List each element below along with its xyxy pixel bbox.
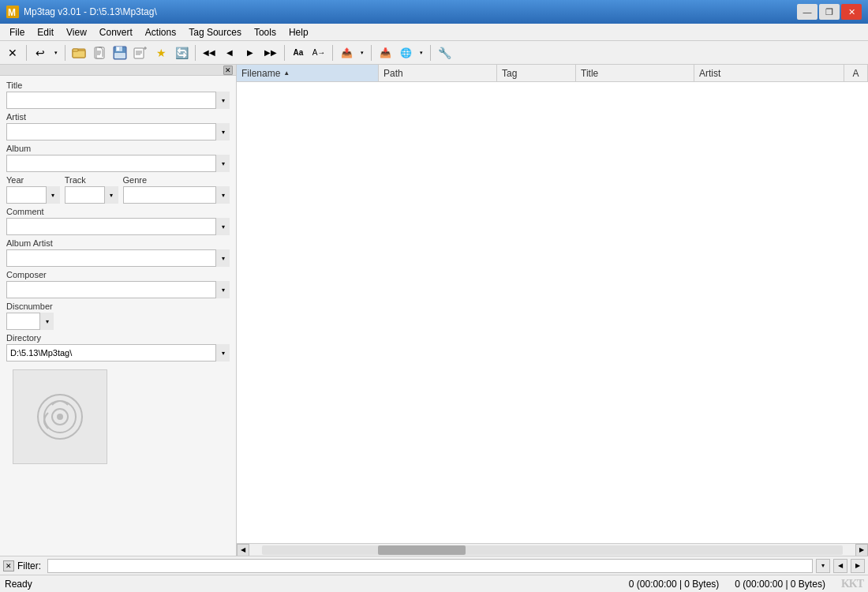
panel-close-button[interactable]: ✕ xyxy=(223,66,233,75)
prev-button[interactable]: ◀◀ xyxy=(200,43,219,62)
col-header-artist[interactable]: Artist xyxy=(694,65,844,81)
discnumber-field-group: Discnumber ▾ xyxy=(6,302,230,330)
genre-dropdown-button[interactable]: ▾ xyxy=(215,186,230,204)
col-header-filename-label: Filename xyxy=(241,68,280,79)
save-button[interactable] xyxy=(110,43,129,62)
menu-item-edit[interactable]: Edit xyxy=(31,24,60,41)
menu-item-help[interactable]: Help xyxy=(282,24,315,41)
title-label: Title xyxy=(6,81,230,90)
title-input[interactable] xyxy=(6,92,230,109)
titlebar-controls: — ❐ ✕ xyxy=(797,4,862,20)
filter-close-button[interactable]: ✕ xyxy=(3,560,14,571)
tools-button[interactable]: 🔧 xyxy=(435,43,454,62)
col-header-more[interactable]: A xyxy=(844,65,868,81)
open-dir-button[interactable] xyxy=(69,43,88,62)
export-button[interactable]: 📤 xyxy=(337,43,356,62)
horizontal-scrollbar: ◀ ▶ xyxy=(237,543,868,556)
export-dropdown[interactable]: ▾ xyxy=(357,43,367,62)
close-button[interactable]: ✕ xyxy=(841,4,862,20)
title-dropdown-button[interactable]: ▾ xyxy=(215,92,230,109)
album-artist-dropdown-button[interactable]: ▾ xyxy=(215,249,230,267)
col-header-tag[interactable]: Tag xyxy=(497,65,576,81)
directory-dropdown-button[interactable]: ▾ xyxy=(215,344,230,362)
filter-dropdown-button[interactable]: ▾ xyxy=(816,559,830,573)
minimize-button[interactable]: — xyxy=(797,4,817,20)
directory-input[interactable] xyxy=(6,344,230,362)
album-input[interactable] xyxy=(6,155,230,172)
album-input-wrapper: ▾ xyxy=(6,155,230,172)
next-track-button[interactable]: ▶ xyxy=(241,43,260,62)
col-header-title[interactable]: Title xyxy=(576,65,694,81)
prev-track-button[interactable]: ◀ xyxy=(220,43,239,62)
case-button[interactable]: Aa xyxy=(289,43,308,62)
col-header-tag-label: Tag xyxy=(502,68,517,79)
year-field-group: Year ▾ xyxy=(6,175,60,204)
status-count1: 0 (00:00:00 | 0 Bytes) xyxy=(629,579,720,590)
scroll-left-button[interactable]: ◀ xyxy=(237,544,249,556)
artist-dropdown-button[interactable]: ▾ xyxy=(215,123,230,141)
track-dropdown-button[interactable]: ▾ xyxy=(104,186,118,204)
composer-label: Composer xyxy=(6,270,230,279)
artist-input[interactable] xyxy=(6,123,230,141)
app-icon: M xyxy=(6,6,19,18)
undo-dropdown-button[interactable]: ▾ xyxy=(51,43,61,62)
menu-item-file[interactable]: File xyxy=(3,24,31,41)
year-dropdown-button[interactable]: ▾ xyxy=(46,186,60,204)
scrollbar-track[interactable] xyxy=(262,545,843,555)
undo-button[interactable]: ↩ xyxy=(31,43,50,62)
composer-dropdown-button[interactable]: ▾ xyxy=(215,281,230,298)
album-art[interactable] xyxy=(13,369,107,464)
col-header-artist-label: Artist xyxy=(699,68,720,79)
year-track-genre-row: Year ▾ Track ▾ Genre xyxy=(6,175,230,204)
composer-input-wrapper: ▾ xyxy=(6,281,230,298)
main-area: ✕ Title ▾ Artist ▾ Album xyxy=(0,65,868,556)
track-label: Track xyxy=(65,175,118,185)
text-button[interactable]: A→ xyxy=(309,43,328,62)
next-button[interactable]: ▶▶ xyxy=(261,43,280,62)
toolbar-separator xyxy=(430,45,431,61)
scroll-right-button[interactable]: ▶ xyxy=(855,544,868,556)
tag-source-button[interactable]: 🌐 xyxy=(396,43,415,62)
album-artist-label: Album Artist xyxy=(6,238,230,248)
filter-next-button[interactable]: ▶ xyxy=(851,559,865,573)
artist-label: Artist xyxy=(6,112,230,122)
close-tag-button[interactable]: ✕ xyxy=(3,43,22,62)
genre-field-group: Genre ▾ xyxy=(123,175,230,204)
filter-input[interactable] xyxy=(47,559,813,573)
col-header-filename[interactable]: Filename ▲ xyxy=(237,65,379,81)
menu-item-tools[interactable]: Tools xyxy=(248,24,282,41)
menu-item-convert[interactable]: Convert xyxy=(93,24,139,41)
scrollbar-thumb[interactable] xyxy=(378,545,465,555)
album-dropdown-button[interactable]: ▾ xyxy=(215,155,230,172)
composer-input[interactable] xyxy=(6,281,230,298)
album-label: Album xyxy=(6,144,230,153)
discnumber-dropdown-button[interactable]: ▾ xyxy=(39,313,54,330)
directory-input-wrapper: ▾ xyxy=(6,344,230,362)
filter-prev-button[interactable]: ◀ xyxy=(833,559,847,573)
open-files-button[interactable] xyxy=(90,43,109,62)
genre-input[interactable] xyxy=(123,186,230,204)
toolbar-separator xyxy=(26,45,27,61)
import-button[interactable]: 📥 xyxy=(376,43,395,62)
menu-item-tag-sources[interactable]: Tag Sources xyxy=(182,24,248,41)
title-field-group: Title ▾ xyxy=(6,81,230,109)
tag-source-dropdown[interactable]: ▾ xyxy=(417,43,426,62)
right-panel: Filename ▲ Path Tag Title Artist A ◀ xyxy=(237,65,868,556)
comment-label: Comment xyxy=(6,207,230,216)
svg-text:M: M xyxy=(8,7,16,18)
remove-tags-button[interactable] xyxy=(131,43,150,62)
file-list[interactable] xyxy=(237,82,868,543)
col-header-path[interactable]: Path xyxy=(379,65,497,81)
menu-item-view[interactable]: View xyxy=(60,24,93,41)
comment-input[interactable] xyxy=(6,218,230,235)
comment-dropdown-button[interactable]: ▾ xyxy=(215,218,230,235)
maximize-button[interactable]: ❐ xyxy=(819,4,840,20)
menu-item-actions[interactable]: Actions xyxy=(139,24,182,41)
album-artist-input[interactable] xyxy=(6,249,230,267)
col-header-path-label: Path xyxy=(383,68,403,79)
favorites-button[interactable]: ★ xyxy=(152,43,170,62)
refresh-button[interactable]: 🔄 xyxy=(172,43,191,62)
col-header-more-label: A xyxy=(852,68,859,79)
filter-label: Filter: xyxy=(17,560,41,571)
genre-label: Genre xyxy=(123,175,230,185)
